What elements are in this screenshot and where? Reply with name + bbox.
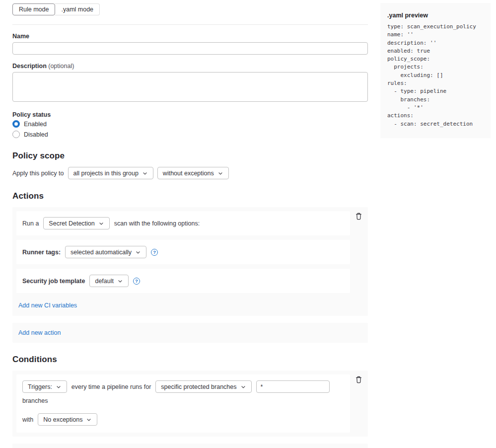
status-option-disabled[interactable]: Disabled [12,130,368,139]
radio-disabled-label: Disabled [24,131,48,138]
yaml-preview-code: type: scan_execution_policy name: '' des… [387,23,484,128]
policy-scope-row: Apply this policy to all projects in thi… [12,167,368,179]
name-label: Name [12,33,368,40]
branch-exceptions-dropdown[interactable]: No exceptions [38,413,97,426]
actions-heading: Actions [12,191,368,201]
trash-icon [355,376,362,383]
top-divider [12,24,368,25]
scope-exceptions-dropdown[interactable]: without exceptions [157,167,229,179]
security-template-label: Security job template [22,278,85,285]
description-label: Description (optional) [12,63,368,70]
status-option-enabled[interactable]: Enabled [12,119,368,129]
description-optional-text: (optional) [48,63,74,70]
scope-projects-dropdown-label: all projects in this group [73,170,139,177]
chevron-down-icon [135,249,141,255]
delete-condition-button[interactable] [354,375,363,384]
add-ci-variables-link[interactable]: Add new CI variables [18,302,77,309]
branches-input[interactable] [256,380,330,393]
policy-scope-heading: Policy scope [12,151,368,161]
radio-enabled-icon[interactable] [12,120,20,128]
scope-projects-dropdown[interactable]: all projects in this group [68,167,153,179]
chevron-down-icon [56,384,62,390]
trash-icon [355,213,362,220]
runner-tags-dropdown-label: selected automatically [71,249,132,256]
chevron-down-icon [117,278,123,284]
scope-exceptions-dropdown-label: without exceptions [163,170,214,177]
triggers-dropdown[interactable]: Triggers: [22,380,67,393]
description-label-text: Description [12,63,47,70]
branch-exceptions-dropdown-label: No exceptions [43,416,82,423]
condition-card: Triggers: every time a pipeline runs for… [12,371,368,437]
security-template-dropdown-label: default [95,278,114,285]
branch-type-dropdown-label: specific protected branches [161,383,236,390]
condition-trigger-row: Triggers: every time a pipeline runs for… [16,374,350,433]
security-template-dropdown[interactable]: default [89,275,129,287]
radio-enabled-label: Enabled [24,121,47,128]
runner-tags-label: Runner tags: [22,249,61,256]
conditions-heading: Conditions [12,355,368,365]
pipeline-runs-text: every time a pipeline runs for [71,383,151,390]
runner-tags-row: Runner tags: selected automatically ? [16,240,350,264]
editor-mode-toggle: Rule mode .yaml mode [12,3,100,15]
chevron-down-icon [240,384,246,390]
runner-tags-help-icon[interactable]: ? [151,249,158,256]
policy-editor-form: Rule mode .yaml mode Name Description (o… [12,3,368,448]
chevron-down-icon [142,170,148,176]
action-card: Run a Secret Detection scan with the fol… [12,207,368,316]
yaml-preview-panel: .yaml preview type: scan_execution_polic… [380,3,491,138]
chevron-down-icon [98,221,104,226]
action-scan-row: Run a Secret Detection scan with the fol… [16,211,350,235]
rule-mode-button[interactable]: Rule mode [12,3,55,15]
security-template-row: Security job template default ? [16,269,350,293]
ci-variables-link-row: Add new CI variables [16,298,364,312]
scan-options-text: scan with the following options: [114,220,200,227]
security-template-help-icon[interactable]: ? [133,278,140,285]
runner-tags-dropdown[interactable]: selected automatically [65,246,146,258]
apply-policy-text: Apply this policy to [12,170,64,177]
yaml-mode-button[interactable]: .yaml mode [55,3,100,15]
chevron-down-icon [217,170,223,176]
branches-suffix-text: branches [22,397,48,404]
description-textarea[interactable] [12,72,368,102]
add-action-band: Add new action [12,323,368,343]
scan-type-dropdown[interactable]: Secret Detection [43,217,109,229]
triggers-dropdown-label: Triggers: [28,383,52,390]
branch-type-dropdown[interactable]: specific protected branches [155,380,251,393]
run-a-text: Run a [22,220,39,227]
delete-action-button[interactable] [354,212,363,221]
radio-disabled-icon[interactable] [12,131,20,138]
yaml-preview-title: .yaml preview [387,12,484,19]
scan-type-dropdown-label: Secret Detection [49,220,94,227]
add-condition-band: Add new condition [12,444,368,448]
chevron-down-icon [86,417,92,423]
policy-status-label: Policy status [12,111,368,118]
name-input[interactable] [12,42,368,55]
add-action-link[interactable]: Add new action [18,329,61,336]
with-text: with [22,416,33,423]
